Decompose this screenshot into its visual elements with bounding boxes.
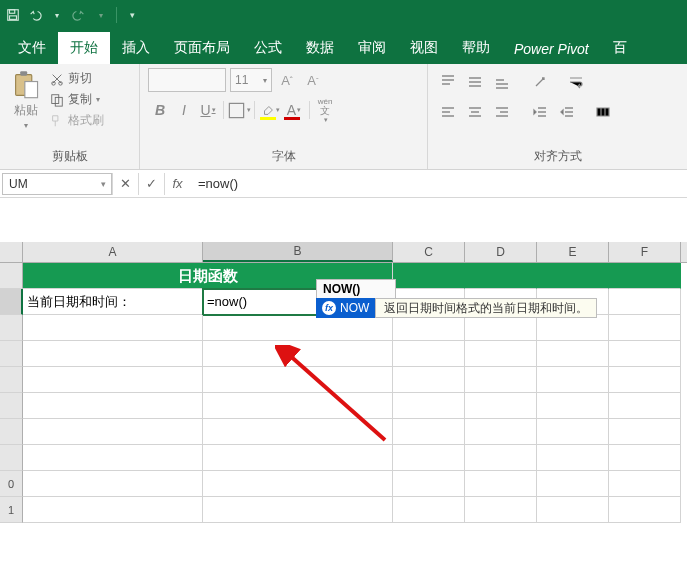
cell[interactable] (23, 471, 203, 497)
align-bottom-button[interactable] (490, 70, 514, 94)
enter-icon[interactable]: ✓ (138, 173, 164, 195)
font-size-select[interactable]: 11▾ (230, 68, 272, 92)
cell[interactable] (537, 393, 609, 419)
cancel-icon[interactable]: ✕ (112, 173, 138, 195)
cell[interactable] (537, 419, 609, 445)
save-icon[interactable] (6, 8, 20, 22)
font-color-button[interactable]: A▾ (282, 98, 306, 122)
qat-customize-icon[interactable]: ▾ (125, 8, 139, 22)
align-top-button[interactable] (436, 70, 460, 94)
col-header[interactable]: A (23, 242, 203, 262)
tab-baidu[interactable]: 百 (601, 32, 639, 64)
italic-button[interactable]: I (172, 98, 196, 122)
cell[interactable] (23, 263, 203, 289)
cell[interactable] (23, 367, 203, 393)
paste-dropdown-icon[interactable]: ▾ (24, 121, 28, 130)
align-middle-button[interactable] (463, 70, 487, 94)
cell[interactable] (609, 367, 681, 393)
cell[interactable] (609, 497, 681, 523)
merge-button[interactable] (591, 100, 615, 124)
increase-indent-button[interactable] (555, 100, 579, 124)
cell[interactable] (465, 497, 537, 523)
decrease-font-icon[interactable]: Aˇ (302, 68, 324, 92)
cell[interactable] (537, 497, 609, 523)
row-header[interactable] (0, 315, 23, 341)
row-header[interactable] (0, 263, 23, 289)
col-header[interactable]: D (465, 242, 537, 262)
select-all-corner[interactable] (0, 242, 23, 262)
font-name-select[interactable] (148, 68, 226, 92)
row-header[interactable] (0, 393, 23, 419)
cell[interactable] (537, 367, 609, 393)
cell[interactable] (465, 419, 537, 445)
underline-button[interactable]: U▾ (196, 98, 220, 122)
row-header[interactable] (0, 419, 23, 445)
cell[interactable] (23, 315, 203, 341)
row-header[interactable] (0, 341, 23, 367)
align-center-button[interactable] (463, 100, 487, 124)
cell[interactable] (393, 497, 465, 523)
tab-powerpivot[interactable]: Power Pivot (502, 34, 601, 64)
cell[interactable] (609, 315, 681, 341)
row-header[interactable] (0, 367, 23, 393)
cell[interactable] (203, 315, 393, 341)
col-header[interactable]: C (393, 242, 465, 262)
cell[interactable] (203, 471, 393, 497)
cell[interactable] (609, 445, 681, 471)
function-suggestion[interactable]: fxNOW (316, 298, 375, 318)
cut-button[interactable]: 剪切 (50, 70, 104, 87)
cell[interactable] (537, 341, 609, 367)
wrap-text-button[interactable] (564, 70, 588, 94)
align-left-button[interactable] (436, 100, 460, 124)
redo-dropdown-icon[interactable]: ▾ (94, 8, 108, 22)
phonetic-button[interactable]: wén文▾ (313, 98, 337, 122)
cell[interactable] (465, 445, 537, 471)
name-box-dropdown-icon[interactable]: ▾ (95, 179, 111, 189)
border-button[interactable]: ▾ (227, 98, 251, 122)
paste-button[interactable]: 粘贴 ▾ (6, 68, 46, 130)
cell[interactable] (465, 367, 537, 393)
cell[interactable] (465, 393, 537, 419)
cell[interactable] (393, 471, 465, 497)
row-header[interactable]: 0 (0, 471, 23, 497)
cell[interactable] (465, 471, 537, 497)
tab-formulas[interactable]: 公式 (242, 32, 294, 64)
row-header[interactable] (0, 445, 23, 471)
cell[interactable] (393, 315, 465, 341)
row-header[interactable] (0, 289, 23, 315)
tab-view[interactable]: 视图 (398, 32, 450, 64)
formula-input[interactable]: =now() (190, 173, 687, 195)
cell[interactable]: 当前日期和时间： (23, 289, 203, 315)
cell[interactable] (23, 393, 203, 419)
orientation-button[interactable] (528, 70, 552, 94)
decrease-indent-button[interactable] (528, 100, 552, 124)
undo-icon[interactable] (28, 8, 42, 22)
tab-data[interactable]: 数据 (294, 32, 346, 64)
cell[interactable] (203, 497, 393, 523)
cell[interactable] (537, 471, 609, 497)
name-box[interactable]: UM ▾ (2, 173, 112, 195)
cell[interactable] (609, 471, 681, 497)
tab-review[interactable]: 审阅 (346, 32, 398, 64)
increase-font-icon[interactable]: Aˆ (276, 68, 298, 92)
fill-color-button[interactable]: ▾ (258, 98, 282, 122)
fx-icon[interactable]: fx (164, 173, 190, 195)
redo-icon[interactable] (72, 8, 86, 22)
tab-file[interactable]: 文件 (6, 32, 58, 64)
tab-insert[interactable]: 插入 (110, 32, 162, 64)
align-right-button[interactable] (490, 100, 514, 124)
cell[interactable] (609, 419, 681, 445)
tab-home[interactable]: 开始 (58, 32, 110, 64)
cell[interactable] (609, 393, 681, 419)
tab-help[interactable]: 帮助 (450, 32, 502, 64)
bold-button[interactable]: B (148, 98, 172, 122)
cell[interactable] (537, 445, 609, 471)
format-painter-button[interactable]: 格式刷 (50, 112, 104, 129)
col-header[interactable]: F (609, 242, 681, 262)
cell[interactable] (23, 445, 203, 471)
cell[interactable] (609, 289, 681, 315)
cell[interactable] (465, 315, 537, 341)
cell[interactable] (23, 341, 203, 367)
col-header[interactable]: B (203, 242, 393, 262)
col-header[interactable]: E (537, 242, 609, 262)
